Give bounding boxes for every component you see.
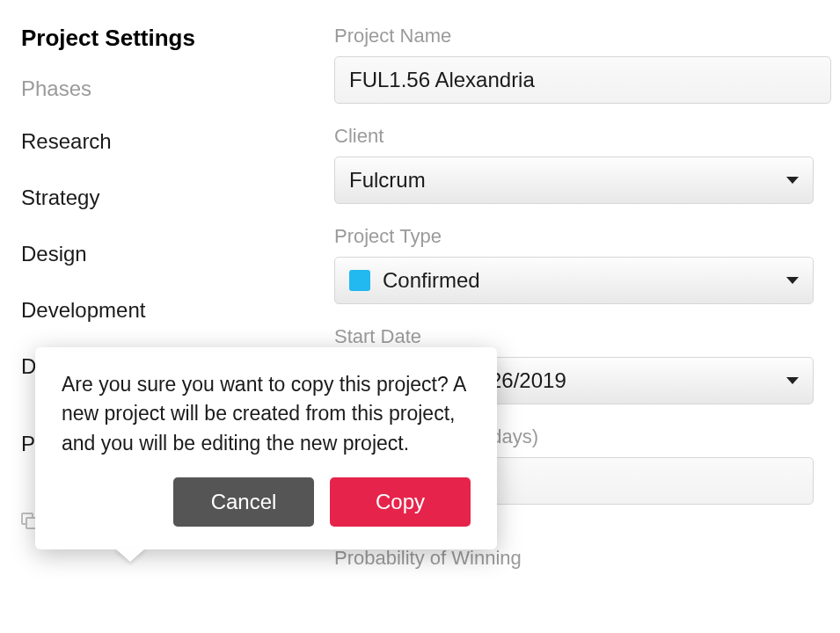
cancel-button[interactable]: Cancel <box>173 477 314 527</box>
project-name-input[interactable] <box>334 56 831 104</box>
phases-label: Phases <box>21 76 317 101</box>
field-client: Client Fulcrum <box>334 125 840 204</box>
sidebar-item-design[interactable]: Design <box>21 242 317 266</box>
project-type-label: Project Type <box>334 225 840 248</box>
popover-actions: Cancel Copy <box>62 477 471 527</box>
project-name-label: Project Name <box>334 25 840 47</box>
start-date-label: Start Date <box>334 325 840 348</box>
client-label: Client <box>334 125 840 148</box>
page-title: Project Settings <box>21 25 317 52</box>
chevron-down-icon <box>786 277 799 284</box>
copy-button[interactable]: Copy <box>330 477 471 527</box>
project-type-select[interactable]: Confirmed <box>334 257 814 304</box>
client-select[interactable]: Fulcrum <box>334 156 814 204</box>
field-project-type: Project Type Confirmed <box>334 225 840 304</box>
status-swatch <box>349 270 370 291</box>
field-project-name: Project Name <box>334 25 840 104</box>
project-type-value: Confirmed <box>383 268 480 293</box>
sidebar-item-research[interactable]: Research <box>21 129 317 154</box>
copy-confirm-popover: Are you sure you want to copy this proje… <box>35 347 497 549</box>
popover-message: Are you sure you want to copy this proje… <box>62 370 471 458</box>
sidebar-item-strategy[interactable]: Strategy <box>21 186 317 210</box>
chevron-down-icon <box>786 377 799 384</box>
days-partial-label: g days) <box>475 426 840 448</box>
probability-label: Probability of Winning <box>334 547 840 570</box>
sidebar-item-development[interactable]: Development <box>21 298 317 323</box>
chevron-down-icon <box>786 177 799 184</box>
client-value: Fulcrum <box>349 168 426 193</box>
start-date-value: 26/2019 <box>490 368 566 393</box>
